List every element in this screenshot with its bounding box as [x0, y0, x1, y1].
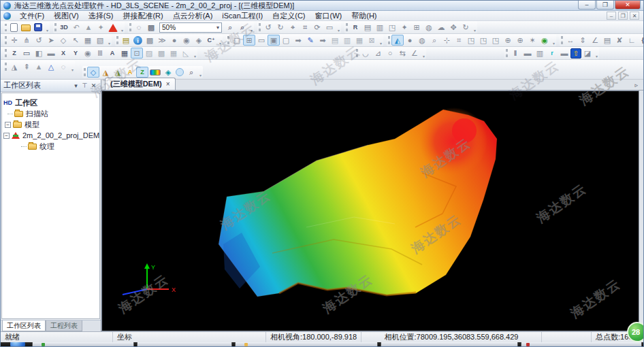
single-view-icon[interactable]: ▬	[521, 48, 534, 59]
taskbar-item[interactable]	[137, 342, 232, 347]
tree-node-workspace[interactable]: HD 工作区	[3, 97, 98, 108]
mdi-minimize-icon[interactable]: –	[607, 12, 616, 20]
pick-icon[interactable]: ➤	[45, 35, 57, 46]
grid-dense-icon[interactable]: ▦	[118, 48, 131, 59]
terrain-shade-icon[interactable]: ◮	[99, 67, 112, 78]
globe2-icon[interactable]: ⊕	[514, 35, 526, 46]
move-icon[interactable]: ✥	[447, 22, 460, 33]
y-axis-icon[interactable]: Y	[69, 48, 82, 59]
slope-icon[interactable]: ⊿	[372, 48, 384, 59]
smooth-icon[interactable]: ◡	[359, 48, 372, 59]
x-axis-icon[interactable]: X	[57, 48, 69, 59]
sphere-target-icon[interactable]: ◍	[423, 22, 435, 33]
redo-icon[interactable]: ↻	[274, 22, 287, 33]
custom-measure-icon[interactable]: {}	[638, 35, 644, 46]
undo-icon[interactable]: ↺	[262, 22, 274, 33]
tree-node-texture[interactable]: 纹理	[3, 141, 98, 152]
frame-icon[interactable]: ⌗	[453, 35, 465, 46]
tin-gray-icon[interactable]: ▲	[33, 61, 45, 72]
view-3d-icon[interactable]: 3D	[58, 22, 70, 33]
globe-gray-icon[interactable]: ◍	[416, 35, 428, 46]
tin-wireframe-icon[interactable]: ◇	[87, 67, 99, 78]
layers-icon[interactable]: ▤	[120, 35, 132, 46]
grid-fine-icon[interactable]: ▩	[155, 48, 167, 59]
fastforward-icon[interactable]: ≫	[156, 35, 168, 46]
globe-icon[interactable]: ◉	[180, 35, 193, 46]
arrow-export-icon[interactable]: ➡	[317, 35, 329, 46]
zoom-in-icon[interactable]: ⌕	[224, 22, 236, 33]
close-button[interactable]: ✕	[615, 1, 641, 10]
compass-icon[interactable]: ✛	[8, 35, 20, 46]
cube2-icon[interactable]: ◳	[477, 35, 489, 46]
plane-icon[interactable]: ▬	[45, 48, 57, 59]
text-label-icon[interactable]: A	[106, 48, 118, 59]
polyline-measure-icon[interactable]: ∟	[626, 35, 638, 46]
split-view-icon[interactable]: ‖	[509, 48, 521, 59]
corner-view-icon[interactable]: ◪	[581, 48, 594, 59]
menu-iscan-project[interactable]: iScan工程(I)	[217, 11, 268, 20]
grid-b-icon[interactable]: ▧	[94, 35, 106, 46]
menu-select[interactable]: 选择(S)	[84, 11, 118, 20]
elevation-ramp-icon[interactable]	[150, 69, 161, 76]
volume-icon[interactable]: ◧	[33, 48, 45, 59]
texture-map-icon[interactable]: r	[546, 48, 558, 59]
cube-align-icon[interactable]: ◳	[386, 22, 398, 33]
panel-tab-workspace[interactable]: 工作区列表	[2, 320, 46, 331]
viewport-3d[interactable]: Y X	[101, 90, 639, 331]
columns-icon[interactable]: ▥	[534, 48, 546, 59]
blank-view-icon[interactable]: ▬	[558, 48, 570, 59]
cursor-icon[interactable]: ↖	[69, 35, 82, 46]
panel-tab-project[interactable]: 工程列表	[46, 320, 82, 331]
color-pyramid-icon[interactable]	[108, 23, 118, 32]
grid-light3-icon[interactable]: ▦	[353, 35, 366, 46]
tab-close-icon[interactable]: ×	[166, 80, 170, 88]
zoom-level-combo[interactable]: 50% ▾	[159, 22, 222, 33]
start-button[interactable]	[10, 342, 25, 347]
grid-light2-icon[interactable]: ▥	[341, 35, 353, 46]
globe1-icon[interactable]: ⊕	[502, 35, 514, 46]
corner-clip-icon[interactable]: ◺	[180, 48, 192, 59]
refresh-icon[interactable]: ⟳	[311, 22, 323, 33]
tripod-icon[interactable]: ✶	[526, 35, 538, 46]
tab-dem-model[interactable]: (三维模型DEM) ×	[105, 78, 176, 90]
mdi-close-icon[interactable]: ✕	[630, 12, 639, 20]
cplus-icon[interactable]: C⁺	[205, 35, 217, 46]
angle-measure-icon[interactable]: ∠	[589, 35, 601, 46]
fork-icon[interactable]: ⋔	[20, 35, 33, 46]
tree-node-model[interactable]: − 模型	[3, 119, 98, 130]
cube3-icon[interactable]: ◳	[489, 35, 502, 46]
menu-registration[interactable]: 拼接配准(R)	[118, 11, 167, 20]
menu-window[interactable]: 窗口(W)	[310, 11, 347, 20]
menu-help[interactable]: 帮助(H)	[347, 11, 381, 20]
window-add-icon[interactable]: ⊞	[243, 35, 255, 46]
info-icon[interactable]: i	[133, 36, 142, 45]
open-file-icon[interactable]	[21, 24, 31, 31]
chevron-down-icon[interactable]: ▾	[71, 82, 80, 89]
collapse-icon[interactable]: −	[5, 122, 11, 128]
clip-box-icon[interactable]: ▭	[20, 48, 33, 59]
grid-add-icon[interactable]: ⊞	[410, 22, 423, 33]
grid-close-icon[interactable]: ⊠	[366, 35, 378, 46]
point-icon[interactable]: ◉	[82, 48, 94, 59]
pivot-icon[interactable]: ⌗	[299, 22, 311, 33]
pin-icon[interactable]: ⊤	[80, 82, 89, 89]
target-green-icon[interactable]: ◉	[538, 35, 551, 46]
light-toggle-icon[interactable]	[176, 68, 184, 76]
register-icon[interactable]: R	[349, 22, 361, 33]
maximize-button[interactable]: ❐	[596, 1, 614, 10]
crosshair-icon[interactable]: ⊹	[440, 35, 453, 46]
profile-icon[interactable]: Ⅲ	[94, 48, 106, 59]
window-center-icon[interactable]: ▣	[268, 35, 280, 46]
hatch-icon[interactable]: ▩	[144, 35, 156, 46]
window-blank-icon[interactable]: ▢	[280, 35, 292, 46]
taskbar-item[interactable]	[235, 342, 378, 347]
cloud-icon[interactable]: ☁	[435, 22, 447, 33]
render-settings-icon[interactable]: ⌕	[185, 67, 197, 78]
doc-transform-icon[interactable]: ▤	[361, 22, 374, 33]
dem-edit-icon[interactable]: ◮	[8, 61, 20, 72]
annotation-icon[interactable]: ▤	[601, 35, 613, 46]
cube1-icon[interactable]: ◳	[465, 35, 477, 46]
zoom-area-icon[interactable]: ⌕	[428, 35, 440, 46]
z-filter-icon[interactable]: Z	[8, 48, 20, 59]
window-dash-icon[interactable]: ▭	[255, 35, 268, 46]
